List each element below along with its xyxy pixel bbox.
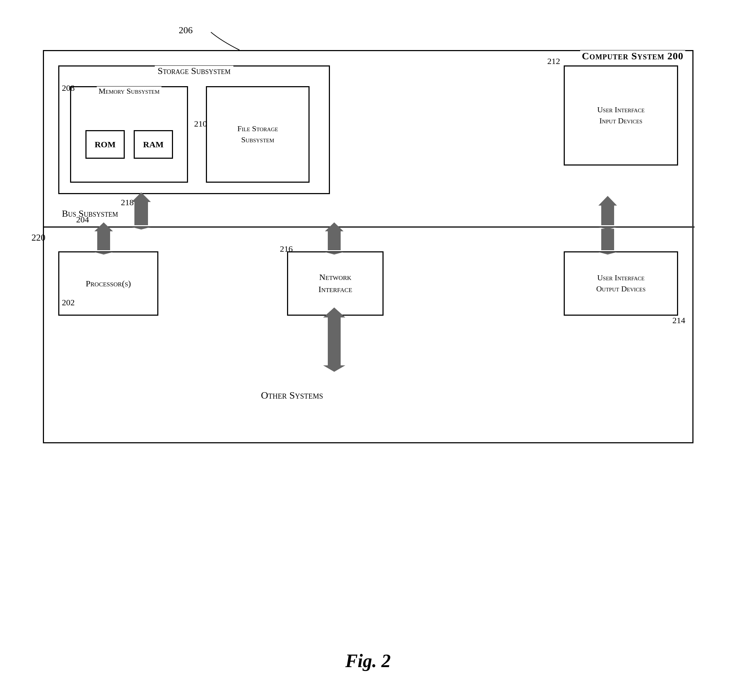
processor-label: Processor(s) bbox=[86, 279, 131, 288]
ref-202: 202 bbox=[62, 298, 75, 307]
ref-204: 204 bbox=[76, 215, 89, 225]
ram-label: RAM bbox=[143, 140, 163, 149]
ref-206: 206 bbox=[179, 25, 192, 36]
bus-line bbox=[44, 226, 695, 228]
network-interface-box: NetworkInterface bbox=[287, 251, 383, 316]
memory-subsystem-label: Memory Subsystem bbox=[97, 87, 162, 96]
ref-208: 208 bbox=[62, 83, 75, 93]
rom-box: ROM bbox=[85, 130, 125, 159]
ram-box: RAM bbox=[134, 130, 173, 159]
memory-subsystem-box: Memory Subsystem ROM RAM bbox=[70, 86, 188, 183]
ref-216: 216 bbox=[280, 244, 293, 254]
rom-label: ROM bbox=[95, 140, 116, 149]
ui-input-label: User InterfaceInput Devices bbox=[597, 104, 645, 126]
figure-label: Fig. 2 bbox=[345, 650, 391, 671]
computer-system-label: Computer System 200 bbox=[580, 50, 685, 62]
ui-output-box: User InterfaceOutput Devices bbox=[564, 251, 678, 316]
ref-210: 210 bbox=[194, 119, 207, 129]
ref-214: 214 bbox=[672, 316, 685, 325]
network-interface-label: NetworkInterface bbox=[319, 271, 353, 295]
ui-output-label: User InterfaceOutput Devices bbox=[596, 272, 646, 294]
diagram-container: 206 bbox=[29, 21, 708, 647]
ui-input-box: User InterfaceInput Devices bbox=[564, 65, 678, 166]
computer-system-box: Computer System 200 Storage Subsystem Me… bbox=[43, 50, 693, 443]
other-systems-label: Other Systems bbox=[261, 390, 323, 401]
bus-subsystem-label: Bus Subsystem bbox=[62, 209, 118, 219]
file-storage-box: File StorageSubsystem bbox=[206, 86, 310, 183]
ref-218: 218 bbox=[121, 198, 134, 207]
storage-subsystem-label: Storage Subsystem bbox=[155, 66, 234, 76]
file-storage-label: File StorageSubsystem bbox=[237, 124, 278, 146]
ref-220: 220 bbox=[31, 232, 46, 243]
storage-subsystem-box: Storage Subsystem Memory Subsystem ROM R… bbox=[58, 65, 330, 194]
ref-212: 212 bbox=[547, 56, 560, 66]
